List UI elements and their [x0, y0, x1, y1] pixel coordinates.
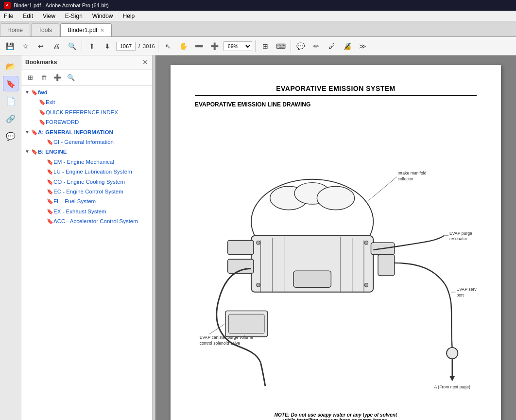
svg-rect-8 — [228, 259, 254, 273]
zoom-select[interactable]: 50% 60% 69% 75% 100% 125% 150% 200% — [224, 41, 252, 51]
panel-header: Bookmarks ✕ — [21, 55, 152, 70]
svg-marker-13 — [449, 376, 455, 382]
menu-file[interactable]: File — [2, 12, 15, 20]
svg-rect-15 — [229, 314, 264, 333]
menu-window[interactable]: Window — [90, 12, 115, 20]
prev-page-button[interactable]: ⬆ — [85, 39, 99, 53]
tree-item-ex[interactable]: ▶ 🔖 EX - Exhaust System — [21, 207, 152, 216]
total-pages: 3016 — [143, 43, 155, 49]
svg-rect-7 — [228, 241, 254, 255]
expand-fwd[interactable]: ▼ — [23, 88, 31, 96]
bookmark-icon-em: 🔖 — [47, 158, 53, 166]
tree-item-ec[interactable]: ▶ 🔖 EC - Engine Control System — [21, 187, 152, 196]
cursor-button[interactable]: ↖ — [161, 39, 175, 53]
print-button[interactable]: 🖨 — [50, 39, 63, 53]
label-exit: Exit — [46, 98, 150, 106]
tab-binder-label: Binder1.pdf — [68, 27, 97, 34]
nav-bookmark-icon[interactable]: 🔖 — [3, 76, 18, 91]
label-lu: LU - Engine Lubrication System — [53, 168, 150, 175]
panel-toolbar: ⊞ 🗑 ➕ 🔍 — [21, 70, 152, 86]
nav-comment-icon[interactable]: 💬 — [3, 128, 18, 144]
zoom-in-button[interactable]: ➕ — [208, 39, 222, 53]
pan-button[interactable]: ✋ — [177, 39, 190, 53]
tab-binder[interactable]: Binder1.pdf ✕ — [60, 23, 112, 36]
expand-a-general[interactable]: ▼ — [23, 128, 31, 136]
tree-item-co[interactable]: ▶ 🔖 CO - Engine Cooling System — [21, 177, 152, 187]
svg-text:EVAP service: EVAP service — [456, 287, 477, 292]
next-page-button[interactable]: ⬇ — [101, 39, 114, 53]
page-number-input[interactable] — [116, 42, 136, 51]
svg-text:collector: collector — [398, 176, 413, 181]
svg-text:A (From next page): A (From next page) — [434, 385, 470, 389]
bookmark-icon-ec: 🔖 — [47, 188, 53, 195]
tree-item-em[interactable]: ▶ 🔖 EM - Engine Mechanical — [21, 157, 152, 167]
tree-item-fl[interactable]: ▶ 🔖 FL - Fuel System — [21, 196, 152, 206]
label-foreword: FOREWORD — [46, 118, 150, 126]
search-button[interactable]: 🔍 — [65, 39, 79, 53]
nav-page-icon[interactable]: 📄 — [3, 93, 18, 109]
label-em: EM - Engine Mechanical — [53, 158, 150, 166]
toolbar: 💾 ☆ ↩ 🖨 🔍 ⬆ ⬇ / 3016 ↖ ✋ ➖ ➕ 50% 60% 69%… — [0, 37, 516, 55]
panel-close-button[interactable]: ✕ — [142, 58, 148, 66]
tab-tools[interactable]: Tools — [31, 23, 59, 36]
title-bar: A Binder1.pdf - Adobe Acrobat Pro (64-bi… — [0, 0, 516, 11]
svg-text:control solenoid valve: control solenoid valve — [200, 341, 241, 346]
panel-delete-btn[interactable]: 🗑 — [38, 71, 50, 83]
tree-item-gi[interactable]: ▶ 🔖 GI - General Information — [21, 137, 152, 147]
bookmark-icon-gi: 🔖 — [47, 138, 53, 146]
toolbar-separator-1 — [82, 40, 82, 52]
panel-expand-btn[interactable]: ⊞ — [24, 71, 36, 83]
tree-item-exit[interactable]: ▶ 🔖 Exit — [21, 97, 152, 107]
label-a-general: A: GENERAL INFORMATION — [38, 128, 150, 136]
sign-button[interactable]: 🖊 — [325, 39, 339, 53]
svg-text:EVAP purge: EVAP purge — [449, 231, 472, 236]
label-fl: FL - Fuel System — [53, 197, 150, 205]
svg-point-3 — [317, 186, 354, 210]
zoom-out-button[interactable]: ➖ — [192, 39, 206, 53]
svg-point-17 — [364, 241, 368, 245]
bookmark-button[interactable]: ☆ — [18, 39, 32, 53]
tab-home[interactable]: Home — [0, 23, 30, 36]
toolbar-separator-3 — [255, 40, 256, 52]
content-area: EVAPORATIVE EMISSION SYSTEM EVAPORATIVE … — [155, 55, 516, 420]
bookmarks-panel: Bookmarks ✕ ⊞ 🗑 ➕ 🔍 ▼ 🔖 fwd ▶ 🔖 Exit — [21, 55, 153, 420]
menu-edit[interactable]: Edit — [21, 12, 35, 20]
menu-esign[interactable]: E-Sign — [63, 12, 85, 20]
more-button[interactable]: ≫ — [356, 39, 370, 53]
fit-button[interactable]: ⊞ — [258, 39, 272, 53]
tree-item-lu[interactable]: ▶ 🔖 LU - Engine Lubrication System — [21, 167, 152, 176]
stamp-button[interactable]: 🔏 — [341, 39, 354, 53]
svg-point-11 — [447, 348, 458, 359]
panel-search-btn[interactable]: 🔍 — [65, 71, 77, 83]
menu-view[interactable]: View — [41, 12, 57, 20]
nav-open-icon[interactable]: 📂 — [3, 58, 18, 74]
back-button[interactable]: ↩ — [34, 39, 48, 53]
keyboard-button[interactable]: ⌨ — [274, 39, 288, 53]
svg-point-19 — [364, 283, 368, 287]
tree-item-acc[interactable]: ▶ 🔖 ACC - Accelerator Control System — [21, 216, 152, 226]
bookmark-icon-quick-ref: 🔖 — [39, 108, 46, 116]
tab-bar: Home Tools Binder1.pdf ✕ — [0, 21, 516, 37]
tree-item-foreword[interactable]: ▶ 🔖 FOREWORD — [21, 117, 152, 127]
svg-text:EVAP canister purge volume: EVAP canister purge volume — [200, 335, 253, 340]
page-separator: / — [138, 43, 140, 49]
save-button[interactable]: 💾 — [3, 39, 17, 53]
expand-b-engine[interactable]: ▼ — [23, 148, 31, 155]
tree-item-b-engine[interactable]: ▼ 🔖 B: ENGINE — [21, 147, 152, 157]
tree-item-a-general[interactable]: ▼ 🔖 A: GENERAL INFORMATION — [21, 127, 152, 137]
panel-add-btn[interactable]: ➕ — [52, 71, 63, 83]
svg-point-16 — [257, 241, 260, 245]
bookmark-icon-ex: 🔖 — [47, 208, 53, 215]
tab-close-icon[interactable]: ✕ — [100, 27, 104, 34]
pen-button[interactable]: ✏ — [310, 39, 323, 53]
menu-help[interactable]: Help — [121, 12, 137, 20]
menu-bar: File Edit View E-Sign Window Help — [0, 11, 516, 21]
comment-button[interactable]: 💬 — [294, 39, 308, 53]
tree-item-quick-ref[interactable]: ▶ 🔖 QUICK REFERENCE INDEX — [21, 107, 152, 117]
toolbar-separator-2 — [158, 40, 158, 52]
svg-text:port: port — [456, 293, 464, 298]
tree-item-fwd[interactable]: ▼ 🔖 fwd — [21, 88, 152, 97]
page-note: NOTE: Do not use soapy water or any type… — [195, 412, 477, 420]
nav-link-icon[interactable]: 🔗 — [3, 111, 18, 126]
panel-title: Bookmarks — [25, 59, 57, 66]
